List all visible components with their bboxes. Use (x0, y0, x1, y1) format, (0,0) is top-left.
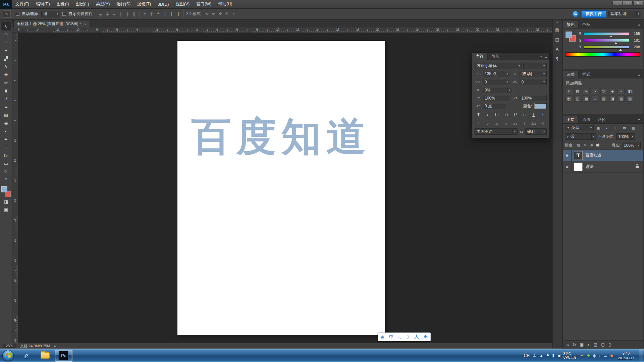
antivirus-icon[interactable]: ✚ (586, 353, 590, 358)
history-brush-tool[interactable]: ↺ (1, 95, 11, 103)
lock-transparency-icon[interactable]: ▨ (575, 143, 581, 148)
tab-paths[interactable]: 路径 (594, 116, 609, 123)
baidu-ime-tray-icon[interactable]: 田 (533, 353, 537, 358)
color-spectrum-ramp[interactable] (566, 52, 640, 57)
taskbar-photoshop-button[interactable]: Ps (55, 350, 72, 362)
clone-stamp-tool[interactable]: ♜ (1, 87, 11, 95)
green-value[interactable]: 181 (631, 38, 640, 42)
baidu-ime-logo-icon[interactable]: ❀ (380, 335, 384, 340)
panel-menu-icon[interactable]: ≡ (543, 55, 549, 59)
oldstyle-button[interactable]: T (521, 120, 528, 126)
font-family-dropdown[interactable]: 方正小篆体 ▾ (475, 63, 522, 69)
tab-adjustments[interactable]: 调整 (563, 71, 579, 78)
action-center-icon[interactable]: ⚑ (546, 353, 550, 358)
qq-icon[interactable]: ◉ (592, 353, 596, 358)
fill-dropdown[interactable]: 100% ▾ (622, 142, 641, 148)
menu-item[interactable]: 视图(V) (172, 0, 193, 8)
document-canvas[interactable]: 百度知道 (177, 41, 385, 335)
tab-swatches[interactable]: 色板 (579, 21, 594, 28)
font-style-dropdown[interactable]: - ▾ (523, 63, 547, 69)
underline-button[interactable]: T (530, 111, 538, 118)
ruler-vertical[interactable]: 024681012141618202224262830 (12, 33, 18, 343)
distribute-left-icon[interactable]: ┠ (162, 11, 168, 17)
hand-tool[interactable]: ☞ (1, 167, 11, 175)
blue-value[interactable]: 208 (631, 45, 640, 49)
menu-item[interactable]: 选择(S) (113, 0, 134, 8)
layer-row-text[interactable]: ◉T百度知道 (563, 150, 643, 161)
adjustment-layer-icon[interactable]: ◐ (587, 342, 590, 347)
layer-visibility-icon[interactable]: ◉ (563, 161, 572, 172)
exposure-icon[interactable]: ◑ (592, 88, 598, 94)
gradient-map-icon[interactable]: ▨ (627, 96, 633, 102)
red-slider[interactable] (584, 32, 629, 35)
show-desktop-button[interactable] (639, 349, 643, 362)
language-dropdown[interactable]: 美国英语 ▾ (475, 128, 518, 135)
kerning-dropdown[interactable]: 0 ▾ (483, 79, 510, 85)
menu-item[interactable]: 3D(D) (154, 0, 172, 8)
tab-channels[interactable]: 通道 (579, 116, 594, 123)
layer-visibility-icon[interactable]: ◉ (563, 150, 572, 161)
menu-item[interactable]: 窗口(W) (193, 0, 215, 8)
spot-healing-tool[interactable]: ✚ (1, 71, 11, 79)
foreground-color-swatch-small[interactable] (566, 32, 572, 38)
align-right-icon[interactable]: ╢ (131, 11, 137, 17)
opacity-dropdown[interactable]: 100% ▾ (616, 133, 635, 140)
small-caps-button[interactable]: Tᴛ (502, 111, 510, 118)
screen-mode-button[interactable]: ▣ (1, 205, 11, 214)
document-tab[interactable]: 未标题-1 @ 25% (百度知道, RGB/8) * × (13, 20, 90, 27)
eraser-tool[interactable]: ▰ (1, 103, 11, 111)
menu-item[interactable]: 图层(L) (72, 0, 92, 8)
new-group-icon[interactable]: ▤ (594, 342, 597, 347)
align-bottom-icon[interactable]: ╧ (111, 11, 117, 17)
titling-alternates-button[interactable]: aa (512, 120, 519, 126)
show-transform-checkbox[interactable] (62, 12, 66, 16)
tsume-dropdown[interactable]: 0% ▾ (483, 87, 512, 93)
paragraph-panel-icon[interactable]: ¶ (553, 56, 561, 62)
blue-slider[interactable] (584, 46, 629, 49)
panel-menu-icon[interactable]: ≡ (636, 73, 643, 77)
threshold-icon[interactable]: ◨ (609, 96, 616, 102)
ime-fullhalf-icon[interactable]: ☽ (406, 335, 410, 340)
tab-close-icon[interactable]: × (84, 22, 86, 26)
menu-item[interactable]: 帮助(H) (215, 0, 235, 8)
strikethrough-button[interactable]: T (539, 111, 547, 118)
new-layer-icon[interactable]: ▢ (601, 342, 605, 347)
dodge-tool[interactable]: ◐ (1, 127, 11, 135)
restore-button[interactable]: ❐ (623, 1, 633, 6)
black-white-icon[interactable]: ◧ (627, 88, 633, 94)
ime-skin-icon[interactable]: 人 (414, 334, 419, 340)
taskbar-explorer-button[interactable] (36, 350, 54, 362)
3d-rotate-icon[interactable]: ⟲ (204, 11, 210, 17)
align-top-icon[interactable]: ╤ (98, 11, 103, 17)
hue-saturation-icon[interactable]: ◈ (609, 88, 616, 94)
lasso-tool[interactable]: ∽ (1, 39, 11, 47)
tracking-dropdown[interactable]: 0 ▾ (520, 79, 547, 85)
status-flyout-icon[interactable]: ▸ (54, 344, 56, 348)
pen-tool[interactable]: ✒ (1, 135, 11, 143)
photo-filter-icon[interactable]: ◩ (566, 96, 572, 102)
minimize-button[interactable]: ▁ (612, 1, 622, 6)
slider-thumb-icon[interactable] (610, 36, 612, 37)
brush-tool[interactable]: ✑ (1, 79, 11, 87)
subscript-button[interactable]: T₁ (521, 111, 528, 118)
current-tool-icon[interactable]: ↖ (3, 10, 11, 18)
baidu-cloud-icon[interactable]: ☁ (572, 11, 579, 17)
ordinals-button[interactable]: 1st (530, 120, 538, 126)
start-button[interactable] (2, 350, 14, 361)
posterize-icon[interactable]: ▥ (600, 96, 607, 102)
menu-item[interactable]: 类型(Y) (93, 0, 113, 8)
layer-mask-icon[interactable]: ▣ (580, 342, 584, 347)
selective-color-icon[interactable]: ▧ (618, 96, 625, 102)
rectangle-tool[interactable]: ▭ (1, 159, 11, 167)
faux-bold-button[interactable]: T (475, 111, 482, 118)
tab-layers[interactable]: 图层 (563, 116, 579, 123)
levels-icon[interactable]: ▤ (574, 88, 581, 94)
stylistic-alternates-button[interactable]: ᴀ (502, 120, 510, 126)
zoom-tool[interactable]: ⚲ (1, 175, 11, 183)
layer-style-icon[interactable]: fx (573, 342, 576, 347)
close-button[interactable]: ✕ (633, 1, 643, 6)
superscript-button[interactable]: T¹ (512, 111, 519, 118)
tab-character[interactable]: 字符 (472, 53, 488, 60)
panel-menu-icon[interactable]: ≡ (636, 23, 643, 27)
green-slider[interactable] (584, 39, 629, 42)
